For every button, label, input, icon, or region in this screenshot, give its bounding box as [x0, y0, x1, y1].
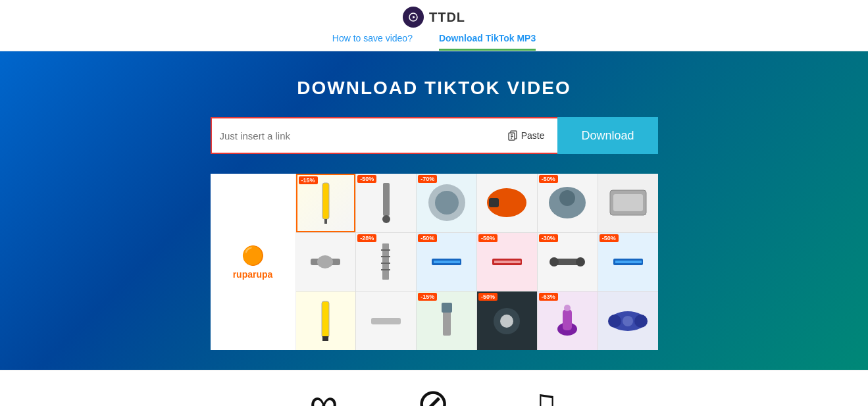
product-cell: -70%: [417, 174, 476, 232]
svg-point-10: [435, 191, 459, 215]
svg-rect-34: [322, 336, 328, 341]
svg-rect-35: [371, 318, 401, 324]
product-badge: -30%: [539, 234, 558, 242]
paste-button[interactable]: Paste: [502, 128, 550, 143]
svg-point-30: [576, 257, 585, 266]
icon-item-1: ∞: [310, 384, 338, 406]
hero-title: DOWNLOAD TIKTOK VIDEO: [297, 78, 571, 99]
logo-icon: [403, 7, 424, 28]
products-grid: -15% -50% -70%: [296, 174, 658, 350]
svg-rect-5: [322, 183, 329, 219]
product-cell: -50%: [477, 233, 537, 292]
brand-name: ruparupa: [233, 269, 273, 280]
search-bar: Paste Download: [211, 117, 658, 154]
svg-rect-25: [434, 261, 460, 263]
product-badge: -70%: [418, 175, 437, 183]
download-button[interactable]: Download: [557, 117, 657, 154]
brand-emoji: 🟠: [242, 245, 265, 266]
product-cell: -15%: [417, 292, 476, 350]
product-cell: [598, 174, 658, 232]
product-cell: -50%: [356, 174, 416, 232]
svg-rect-37: [442, 303, 452, 313]
product-cell: -50%: [477, 292, 537, 350]
brand-logo: 🟠 ruparupa: [233, 245, 273, 280]
svg-point-29: [549, 257, 559, 266]
product-badge: -15%: [299, 176, 318, 184]
product-badge: -63%: [539, 293, 558, 301]
ad-banner: 🟠 ruparupa -15% -50% -70%: [211, 174, 658, 350]
svg-rect-7: [383, 183, 390, 216]
svg-rect-27: [494, 261, 521, 263]
no-symbol-icon: ⊘: [417, 384, 449, 406]
product-cell: -28%: [356, 233, 416, 292]
logo-row: TTDL: [403, 7, 465, 28]
svg-point-14: [559, 190, 575, 206]
product-cell: -15%: [296, 174, 356, 232]
icon-item-2: ⊘: [417, 384, 449, 406]
svg-point-8: [382, 215, 390, 223]
clipboard-icon: [507, 130, 518, 141]
product-cell: -50%: [538, 174, 598, 232]
product-badge: -50%: [418, 234, 437, 242]
brand-section: 🟠 ruparupa: [211, 174, 296, 350]
header: TTDL How to save video? Download TikTok …: [0, 0, 868, 51]
product-cell: [356, 292, 416, 350]
product-cell: -50%: [598, 233, 658, 292]
product-badge: -50%: [478, 234, 498, 242]
svg-rect-33: [322, 301, 329, 338]
svg-rect-16: [613, 194, 643, 211]
svg-rect-6: [324, 219, 327, 224]
svg-rect-41: [563, 309, 572, 330]
svg-point-39: [500, 315, 513, 328]
music-icon: ♫: [528, 384, 558, 406]
product-cell: [477, 174, 537, 232]
product-badge: -50%: [478, 293, 498, 301]
infinity-icon: ∞: [310, 384, 338, 406]
nav-download-mp3[interactable]: Download TikTok MP3: [439, 33, 536, 51]
svg-point-44: [608, 315, 621, 328]
svg-rect-19: [382, 243, 389, 280]
svg-point-42: [564, 305, 571, 311]
url-input[interactable]: [220, 130, 497, 141]
product-cell: -50%: [417, 233, 476, 292]
search-input-wrapper: Paste: [211, 117, 558, 154]
bottom-icons-section: ∞ ⊘ ♫: [0, 370, 868, 406]
product-cell: [296, 233, 356, 292]
svg-rect-12: [489, 198, 499, 207]
product-cell: [598, 292, 658, 350]
product-badge: -50%: [539, 175, 558, 183]
product-badge: -15%: [418, 293, 437, 301]
icon-item-3: ♫: [528, 384, 558, 406]
svg-point-18: [317, 255, 333, 268]
hero-section: DOWNLOAD TIKTOK VIDEO Paste Download 🟠 r…: [0, 51, 868, 370]
product-cell: [296, 292, 356, 350]
product-cell: -30%: [538, 233, 598, 292]
logo-text: TTDL: [429, 10, 465, 25]
product-badge: -50%: [600, 234, 619, 242]
nav-how-to-save[interactable]: How to save video?: [332, 33, 413, 51]
product-cell: -63%: [538, 292, 598, 350]
svg-point-45: [634, 315, 648, 328]
product-badge: -28%: [357, 234, 376, 242]
svg-point-46: [623, 316, 633, 326]
product-badge: -50%: [357, 175, 376, 183]
svg-rect-32: [615, 261, 642, 263]
nav-row: How to save video? Download TikTok MP3: [332, 33, 536, 51]
paste-label: Paste: [521, 130, 545, 141]
